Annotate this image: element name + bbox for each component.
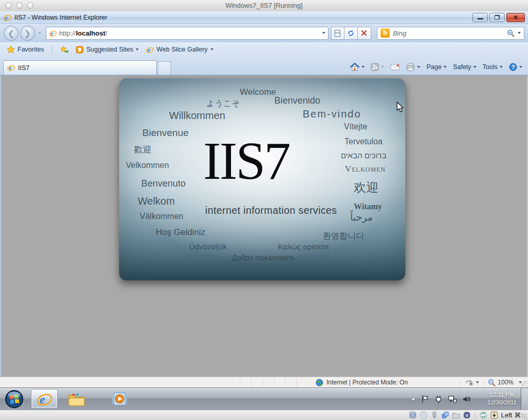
recent-pages-dropdown-icon[interactable] [38, 32, 41, 34]
page-menu-button[interactable]: Page [424, 62, 449, 72]
network-status-icon[interactable] [448, 395, 457, 403]
divider [251, 379, 252, 387]
resize-grip[interactable] [521, 381, 527, 387]
address-dropdown-icon[interactable] [322, 32, 325, 34]
divider [475, 412, 475, 418]
ie-titlebar[interactable]: IIS7 - Windows Internet Explorer ✕ [0, 11, 528, 24]
refresh-icon [347, 29, 355, 37]
vbox-network-icon[interactable] [441, 411, 449, 419]
vbox-mouse-integration-icon[interactable] [480, 411, 487, 419]
welcome-text: 欢迎 [354, 179, 378, 196]
welcome-text: Vítejte [344, 122, 367, 131]
clock-date: 12/30/2011 [487, 399, 517, 407]
show-desktop-button[interactable] [521, 388, 528, 410]
action-center-flag-icon[interactable] [421, 395, 429, 403]
vbox-usb-icon[interactable] [431, 411, 438, 419]
vbox-shared-folders-icon[interactable] [452, 412, 460, 419]
iis7-welcome-image[interactable]: Welcome ようこそ Bienvenido Willkommen Bem-v… [119, 78, 405, 280]
security-zone-indicator[interactable]: Internet | Protected Mode: On [316, 377, 408, 388]
vbox-features-chip-icon[interactable] [463, 411, 471, 419]
stop-button[interactable] [358, 27, 371, 40]
notification-area: ▲ [411, 388, 471, 410]
search-box[interactable]: b Bing [377, 27, 524, 40]
feeds-button[interactable] [368, 61, 387, 73]
print-dropdown-icon [417, 66, 420, 68]
minimize-icon [477, 18, 483, 20]
search-placeholder[interactable]: Bing [393, 29, 504, 37]
windows-explorer-folder-icon [68, 392, 85, 406]
page-menu-label: Page [426, 63, 441, 71]
vbox-optical-drive-icon[interactable] [420, 411, 427, 419]
welcome-text: Καλώς ορίσατε [278, 242, 329, 251]
tab-iis7[interactable]: IIS7 [3, 60, 157, 75]
vm-window-title: Windows7_IIS7 [Running] [0, 0, 528, 11]
address-bar[interactable]: http://localhost/ [46, 27, 328, 40]
add-favorite-star-icon [60, 45, 69, 54]
vbox-hostkey-state-icon[interactable] [490, 411, 498, 419]
zoom-security-dropdown-icon [476, 381, 479, 383]
welcome-text: Bem-vindo [303, 108, 361, 120]
divider [262, 379, 263, 387]
welcome-text: ようこそ [206, 98, 240, 109]
start-orb-icon [5, 390, 24, 409]
suggested-sites-dropdown-icon [136, 48, 139, 51]
vbox-resize-grip[interactable] [521, 413, 527, 419]
vbox-harddisks-icon[interactable] [409, 411, 417, 419]
new-tab-button[interactable] [158, 61, 171, 75]
address-url[interactable]: http://localhost/ [59, 29, 320, 37]
forward-button[interactable]: ❯ [20, 26, 35, 41]
compatibility-view-button[interactable] [331, 27, 344, 40]
search-dropdown-icon[interactable] [518, 32, 521, 34]
tools-menu-button[interactable]: Tools [480, 62, 505, 72]
close-button[interactable]: ✕ [506, 13, 525, 22]
vm-window-titlebar[interactable]: Windows7_IIS7 [Running] [0, 0, 528, 12]
welcome-text: ברוכים הבאים [341, 151, 386, 160]
power-plug-icon[interactable] [435, 395, 442, 403]
iis7-logo: IIS7 [203, 134, 289, 188]
suggested-sites-label: Suggested Sites [86, 46, 133, 53]
windows-taskbar: ▲ 12:11 PM 12/30/2011 [0, 388, 528, 410]
welcome-text: Bienvenido [274, 95, 320, 106]
taskbar-clock[interactable]: 12:11 PM 12/30/2011 [487, 388, 517, 410]
restore-button[interactable] [489, 13, 505, 22]
minimize-button[interactable] [472, 13, 488, 22]
tab-bar: IIS7 Page Safety [0, 57, 528, 76]
help-dropdown-icon [519, 66, 522, 68]
divider [274, 379, 274, 387]
safety-menu-button[interactable]: Safety [450, 62, 478, 72]
tab-favicon [7, 64, 15, 72]
home-button[interactable] [348, 61, 367, 73]
welcome-text: Välkommen [140, 212, 183, 221]
mouse-cursor-icon [397, 102, 404, 113]
show-hidden-icons-button[interactable]: ▲ [411, 396, 416, 401]
home-dropdown-icon [361, 66, 365, 68]
suggested-sites-button[interactable]: Suggested Sites [74, 45, 141, 55]
volume-speaker-icon[interactable] [463, 395, 471, 403]
close-icon: ✕ [513, 14, 518, 21]
zoom-level-button[interactable]: 100% [488, 379, 522, 387]
web-slice-gallery-button[interactable]: Web Slice Gallery [144, 45, 215, 55]
search-magnifier-icon[interactable] [507, 29, 515, 37]
help-button[interactable] [506, 61, 525, 73]
zoom-security-button[interactable] [465, 379, 479, 386]
tools-dropdown-icon [500, 66, 503, 68]
zoom-level-value: 100% [498, 379, 514, 386]
add-to-favorites-bar-button[interactable] [58, 44, 71, 55]
welcome-text: 歡迎 [134, 144, 152, 156]
web-slice-gallery-label: Web Slice Gallery [156, 46, 207, 53]
restore-icon [494, 15, 500, 20]
print-button[interactable] [403, 61, 423, 73]
welcome-text: 환영합니다 [323, 231, 364, 242]
back-button[interactable]: ❮ [4, 26, 19, 41]
zoom-magnifier-icon [488, 379, 496, 387]
taskbar-windows-explorer-button[interactable] [63, 389, 90, 409]
read-mail-button[interactable] [388, 62, 402, 72]
taskbar-internet-explorer-button[interactable] [31, 389, 58, 409]
welcome-text: Welkom [138, 195, 175, 207]
tab-title: IIS7 [18, 64, 29, 72]
favorites-button[interactable]: Favorites [5, 44, 46, 55]
refresh-button[interactable] [344, 27, 358, 40]
ie-window-title: IIS7 - Windows Internet Explorer [14, 14, 472, 21]
taskbar-media-player-button[interactable] [106, 389, 133, 409]
start-button[interactable] [2, 389, 26, 409]
